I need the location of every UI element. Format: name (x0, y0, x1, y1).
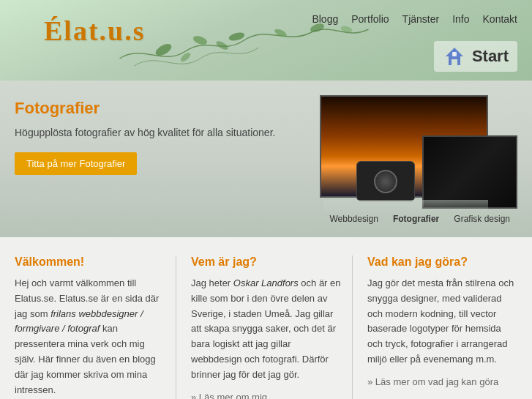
svg-point-7 (215, 40, 230, 51)
main-content: Välkommen! Hej och varmt välkommen till … (0, 237, 532, 399)
svg-text:i: i (454, 51, 455, 56)
nav-info[interactable]: Info (452, 13, 469, 25)
hero-cta-button[interactable]: Titta på mer Fotografier (15, 152, 137, 175)
camera-image (356, 161, 415, 201)
nav-portfolio[interactable]: Portfolio (351, 13, 389, 25)
col-about-text: Jag heter Oskar Landfors och är en kille… (191, 276, 341, 383)
col-welcome-title: Välkommen! (15, 256, 165, 269)
home-icon: i (443, 45, 466, 68)
col-skills-title: Vad kan jag göra? (367, 256, 517, 269)
start-button[interactable]: i Start (434, 41, 517, 72)
logo-text: Élat.u.s (44, 15, 145, 46)
svg-point-0 (154, 42, 173, 58)
col-skills-text: Jag gör det mesta från stilrena och snyg… (367, 276, 517, 368)
main-nav: Blogg Portfolio Tjänster Info Kontakt (312, 13, 517, 25)
svg-point-5 (340, 25, 353, 34)
col-about-readmore[interactable]: Läs mer om mig (191, 392, 267, 399)
col-welcome: Välkommen! Hej och varmt välkommen till … (15, 256, 176, 399)
hero-image-collage (320, 95, 517, 209)
hero-content: Fotografier Högupplösta fotografier av h… (15, 95, 305, 175)
hero-description: Högupplösta fotografier av hög kvalitet … (15, 125, 305, 141)
svg-point-6 (179, 51, 192, 63)
svg-point-3 (274, 28, 288, 39)
nav-kontakt[interactable]: Kontakt (483, 13, 517, 25)
nav-blogg[interactable]: Blogg (312, 13, 338, 25)
col-about: Vem är jag? Jag heter Oskar Landfors och… (191, 256, 353, 399)
col-welcome-text: Hej och varmt välkommen till Elatus.se. … (15, 276, 165, 398)
logo[interactable]: Élat.u.s (44, 15, 145, 47)
hero-title: Fotografier (15, 99, 305, 118)
svg-point-1 (192, 34, 208, 46)
hero-section: Fotografier Högupplösta fotografier av h… (0, 81, 532, 237)
header: Élat.u.s Blogg Portfolio Tjänster Info K… (0, 0, 532, 81)
photo-front (422, 135, 517, 209)
nav-tjanster[interactable]: Tjänster (402, 13, 440, 25)
col-about-title: Vem är jag? (191, 256, 341, 269)
svg-point-2 (228, 31, 246, 42)
col-skills-readmore[interactable]: Läs mer om vad jag kan göra (367, 376, 498, 387)
col-skills: Vad kan jag göra? Jag gör det mesta från… (367, 256, 517, 399)
start-label: Start (472, 47, 509, 66)
